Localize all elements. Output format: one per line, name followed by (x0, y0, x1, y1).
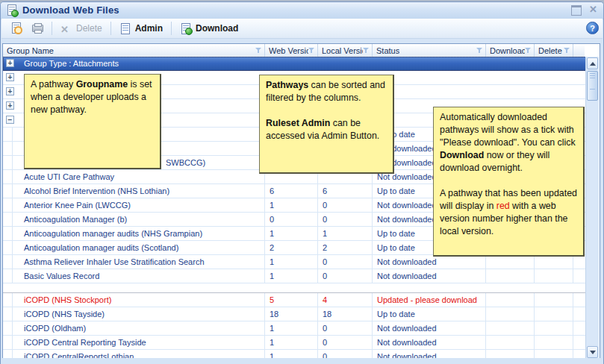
pathway-name-cell: iCOPD (NHS Stockport) (3, 293, 265, 307)
scrollbar-down-button[interactable] (587, 346, 598, 358)
expand-icon[interactable]: + (6, 101, 14, 110)
pathway-name-cell: Anticoagulation Manager (b) (3, 213, 265, 226)
download-form-icon (180, 22, 192, 34)
help-button[interactable]: ? (586, 22, 599, 34)
pathway-name-cell: Anticoagulation manager audits (Scotland… (3, 241, 265, 254)
window-title: Download Web Files (22, 4, 119, 16)
status-cell: Not downloaded (373, 255, 486, 269)
local-version-cell: 2 (318, 241, 373, 254)
note-bold-text: Pathways (266, 80, 308, 90)
print-preview-button[interactable] (6, 21, 27, 36)
delete-cell (535, 269, 573, 283)
globe-icon (11, 10, 19, 17)
toolbar-separator (110, 22, 111, 35)
admin-button-label: Admin (135, 23, 163, 34)
pathway-name-cell: iCOPD Central Reporting Tayside (3, 336, 265, 349)
pathway-row[interactable]: iCOPD Central Reporting Tayside10Not dow… (3, 336, 586, 350)
status-cell: Not downloaded (373, 269, 486, 283)
pathway-row[interactable]: iCOPD (NHS Stockport)54Updated - please … (3, 293, 586, 307)
pathway-name-cell: iCOPD (NHS Tayside) (3, 307, 265, 321)
group-row[interactable]: +Group Type : Attachments (3, 57, 586, 71)
delete-button[interactable]: ✕ Delete (56, 21, 107, 36)
expand-icon[interactable]: + (6, 87, 14, 95)
download-cell (486, 255, 535, 269)
pathway-row[interactable]: Asthma Reliever Inhaler Use Stratificati… (3, 255, 586, 269)
local-version-cell: 18 (318, 307, 373, 321)
column-header-down[interactable]: Download (486, 44, 535, 57)
pathway-row[interactable]: iCOPD (NHS Tayside)1818Up to date (3, 307, 586, 321)
download-cell (486, 269, 535, 283)
pathway-name-cell: Asthma Reliever Inhaler Use Stratificati… (3, 255, 265, 269)
column-header-label: Web Version (269, 46, 308, 55)
note-bold-text: Groupname (76, 79, 128, 90)
local-version-cell: 0 (318, 336, 373, 349)
filler-cell (573, 336, 586, 349)
pathway-name-cell: iCOPD (Oldham) (3, 321, 265, 335)
filler-cell (573, 307, 586, 321)
scrollbar-up-button[interactable] (587, 57, 598, 69)
pathway-name-cell: Alcohol Brief Intervention (NHS Lothian) (3, 184, 265, 198)
expand-icon[interactable]: + (6, 59, 14, 67)
sticky-note-groupname: A pathway Groupname is set when a develo… (24, 74, 161, 169)
app-icon (6, 4, 18, 16)
close-window-icon[interactable]: ✕ (589, 5, 597, 16)
local-version-cell: 0 (318, 198, 373, 212)
restore-window-icon[interactable] (571, 5, 582, 16)
filter-funnel-icon[interactable] (476, 47, 483, 54)
filter-funnel-icon[interactable] (564, 47, 570, 54)
local-version-cell: 6 (318, 184, 373, 198)
pathway-name-cell: Anterior Knee Pain (LWCCG) (3, 198, 265, 212)
column-header-label: Group Name (7, 46, 54, 55)
column-header-status[interactable]: Status (373, 44, 486, 57)
filter-funnel-icon[interactable] (363, 47, 370, 54)
pathway-row[interactable]: Basic Values Record10Not downloaded (3, 269, 586, 283)
status-cell: Not downloaded (373, 336, 486, 349)
print-button[interactable] (27, 21, 48, 36)
status-cell: Updated - please download (373, 293, 486, 307)
column-header-del[interactable]: Delete (535, 44, 573, 57)
delete-x-icon: ✕ (60, 22, 72, 34)
download-button-label: Download (196, 23, 238, 34)
note-text: A pathway (31, 79, 76, 90)
note-bold-text: Ruleset Admin (266, 118, 330, 128)
web-version-cell: 1 (265, 321, 318, 335)
toolbar: ✕ Delete Admin Download (1, 19, 603, 39)
local-version-cell: 4 (318, 293, 373, 307)
vertical-scrollbar[interactable] (585, 57, 599, 359)
sticky-note-sorting-admin: Pathways can be sorted and filtered by t… (259, 75, 394, 174)
column-header-filler (573, 44, 586, 57)
status-cell: Up to date (373, 307, 486, 321)
toolbar-separator (52, 22, 52, 35)
pathway-row[interactable]: iCOPD (Oldham)10Not downloaded (3, 321, 586, 336)
window-bottom-frame (1, 358, 603, 364)
web-version-cell: 0 (265, 213, 318, 226)
web-version-cell: 1 (265, 255, 318, 269)
web-version-cell: 18 (265, 307, 318, 321)
globe-icon (185, 28, 193, 35)
delete-cell (535, 307, 573, 321)
filter-funnel-icon[interactable] (525, 47, 532, 54)
collapse-icon[interactable]: − (6, 116, 14, 124)
download-button[interactable]: Download (175, 21, 243, 36)
local-version-cell: 0 (318, 213, 373, 226)
printer-icon (31, 22, 43, 34)
filter-funnel-icon[interactable] (255, 47, 262, 54)
sticky-note-auto-download: Automatically downloaded pathways will s… (433, 107, 585, 257)
download-cell (486, 307, 535, 321)
scrollbar-thumb[interactable] (587, 71, 598, 101)
pathway-name-cell: Acute UTI Care Pathway (3, 170, 265, 183)
delete-cell (535, 255, 573, 269)
filter-funnel-icon[interactable] (308, 47, 315, 54)
web-version-cell: 2 (265, 241, 318, 254)
expand-icon[interactable]: + (6, 73, 14, 81)
note-red-text: red (496, 201, 510, 211)
column-header-web[interactable]: Web Version (265, 44, 318, 57)
toolbar-separator (171, 22, 172, 35)
group-divider (3, 283, 586, 293)
filler-cell (573, 255, 586, 269)
note-bold-text: Download (440, 150, 484, 160)
arrow-down-icon (590, 351, 596, 354)
column-header-local[interactable]: Local Version (318, 44, 373, 57)
column-header-name[interactable]: Group Name (3, 44, 265, 57)
admin-button[interactable]: Admin (115, 21, 167, 36)
